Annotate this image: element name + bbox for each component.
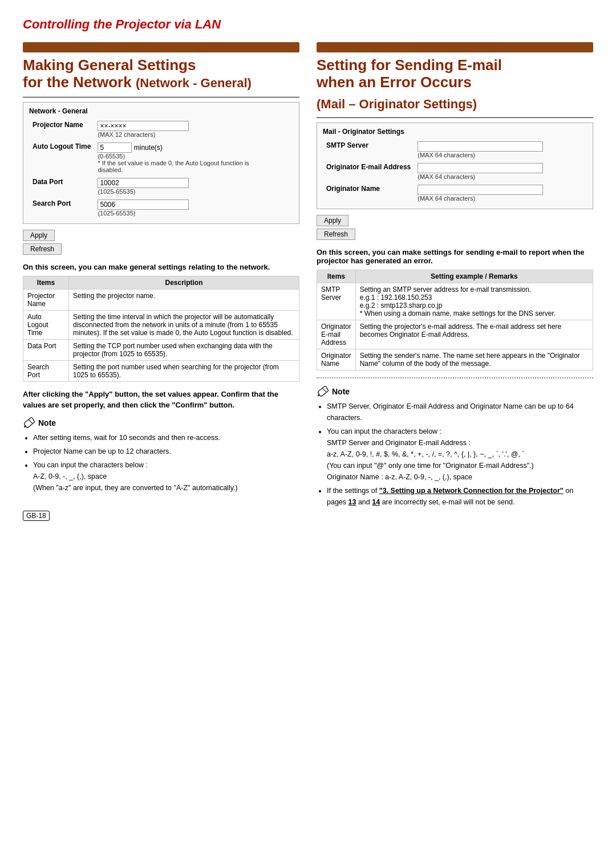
right-section-rule [317, 117, 593, 118]
right-section-bar [317, 42, 593, 52]
form-row-dataport: Data Port (1025-65535) [29, 176, 293, 197]
autologout-input[interactable] [98, 142, 132, 153]
table-row: Data Port Setting the TCP port number us… [23, 339, 299, 360]
left-info-table: Items Description ProjectorName Setting … [23, 276, 299, 382]
right-section-title: Setting for Sending E-mail when an Error… [317, 57, 593, 91]
col-description: Description [69, 276, 299, 289]
form-row-searchport: Search Port (1025-65535) [29, 197, 293, 219]
email-label: Originator E-mail Address [323, 161, 414, 182]
email-value: (MAX 64 characters) [414, 161, 587, 182]
originator-name-label: Originator Name [323, 182, 414, 204]
table-row: OriginatorName Setting the sender's name… [317, 349, 593, 370]
mail-originator-form-box: Mail - Originator Settings SMTP Server (… [317, 123, 593, 209]
originator-name-hint: (MAX 64 characters) [418, 195, 583, 202]
right-table-header-row: Items Setting example / Remarks [317, 270, 593, 283]
note-icon [23, 417, 35, 429]
right-column: Setting for Sending E-mail when an Error… [317, 42, 593, 514]
smtp-input[interactable] [418, 141, 543, 152]
dataport-value: (1025-65535) [94, 176, 293, 197]
form-box-title: Network - General [29, 107, 293, 115]
left-note-label: Note [38, 418, 56, 427]
page-header: Controlling the Projector via LAN [23, 17, 593, 32]
desc-dataport: Setting the TCP port number used when ex… [69, 339, 299, 360]
item-smtp: SMTPServer [317, 283, 356, 320]
originator-name-input[interactable] [418, 185, 543, 195]
left-note-box: Note After setting items, wait for 10 se… [23, 417, 299, 494]
left-section-title: Making General Settings for the Network … [23, 57, 299, 91]
dataport-hint: (1025-65535) [98, 188, 290, 195]
left-section-bar [23, 42, 299, 52]
projector-name-hint: (MAX 12 characters) [98, 131, 290, 138]
right-note-box: Note SMTP Server, Originator E-mail Addr… [317, 385, 593, 508]
email-input[interactable] [418, 163, 543, 173]
table-row: AutoLogoutTime Setting the time interval… [23, 310, 299, 339]
right-apply-btn[interactable]: Apply [317, 215, 348, 226]
right-note-header: Note [317, 385, 593, 398]
mail-originator-table: SMTP Server (MAX 64 characters) Originat… [323, 139, 587, 204]
right-section-subtitle: (Mail – Originator Settings) [317, 97, 593, 112]
item-dataport: Data Port [23, 339, 69, 360]
list-item: Projector Name can be up to 12 character… [33, 446, 299, 457]
network-general-form-box: Network - General Projector Name (MAX 12… [23, 102, 299, 224]
dotted-divider [317, 377, 593, 378]
autologout-label: Auto Logout Time [29, 140, 94, 176]
list-item: You can input the characters below : SMT… [327, 426, 593, 483]
col-items: Items [23, 276, 69, 289]
item-originator-email: OriginatorE-mailAddress [317, 320, 356, 349]
item-projector-name: ProjectorName [23, 289, 69, 310]
left-table-header-row: Items Description [23, 276, 299, 289]
autologout-unit: minute(s) [134, 144, 163, 152]
bold-note: After clicking the "Apply" button, the s… [23, 389, 299, 411]
note-icon-right [317, 385, 329, 398]
searchport-input[interactable] [98, 199, 189, 210]
desc-projector-name: Setting the projector name. [69, 289, 299, 310]
form-row-originator-name: Originator Name (MAX 64 characters) [323, 182, 587, 204]
main-content: Making General Settings for the Network … [23, 42, 593, 521]
dataport-input[interactable] [98, 178, 189, 188]
projector-name-value: (MAX 12 characters) [94, 119, 293, 140]
list-item: If the settings of "3. Setting up a Netw… [327, 485, 593, 508]
table-row: SearchPort Setting the port number used … [23, 360, 299, 381]
form-row-projector-name: Projector Name (MAX 12 characters) [29, 119, 293, 140]
smtp-value: (MAX 64 characters) [414, 139, 587, 161]
right-on-screen-text: On this screen, you can make settings fo… [317, 248, 593, 265]
item-originator-name: OriginatorName [317, 349, 356, 370]
list-item: After setting items, wait for 10 seconds… [33, 432, 299, 443]
item-autologout: AutoLogoutTime [23, 310, 69, 339]
left-on-screen-text: On this screen, you can make general set… [23, 263, 299, 271]
right-note-list: SMTP Server, Originator E-mail Address a… [317, 401, 593, 508]
svg-line-0 [29, 419, 33, 423]
right-refresh-btn[interactable]: Refresh [317, 229, 355, 240]
smtp-label: SMTP Server [323, 139, 414, 161]
item-searchport: SearchPort [23, 360, 69, 381]
svg-line-1 [322, 388, 326, 392]
table-row: SMTPServer Setting an SMTP server addres… [317, 283, 593, 320]
dataport-label: Data Port [29, 176, 94, 197]
right-info-table: Items Setting example / Remarks SMTPServ… [317, 270, 593, 370]
desc-searchport: Setting the port number used when search… [69, 360, 299, 381]
left-apply-btn[interactable]: Apply [23, 230, 55, 241]
form-row-email: Originator E-mail Address (MAX 64 charac… [323, 161, 587, 182]
desc-originator-name: Setting the sender's name. The name set … [355, 349, 593, 370]
table-row: OriginatorE-mailAddress Setting the proj… [317, 320, 593, 349]
col-setting-example: Setting example / Remarks [355, 270, 593, 283]
originator-name-value: (MAX 64 characters) [414, 182, 587, 204]
searchport-hint: (1025-65535) [98, 210, 290, 217]
list-item: You can input the characters below : A-Z… [33, 459, 299, 494]
autologout-hint: (0-65535)* If the set value is made 0, t… [98, 153, 290, 173]
desc-originator-email: Setting the projector's e-mail address. … [355, 320, 593, 349]
smtp-hint: (MAX 64 characters) [418, 152, 583, 158]
desc-autologout: Setting the time interval in which the p… [69, 310, 299, 339]
list-item: SMTP Server, Originator E-mail Address a… [327, 401, 593, 423]
page-title: Controlling the Projector via LAN [23, 17, 593, 32]
projector-name-input[interactable] [98, 121, 189, 131]
form-row-autologout: Auto Logout Time minute(s) (0-65535)* If… [29, 140, 293, 176]
left-note-header: Note [23, 417, 299, 429]
col-items-right: Items [317, 270, 356, 283]
autologout-value: minute(s) (0-65535)* If the set value is… [94, 140, 293, 176]
email-hint: (MAX 64 characters) [418, 173, 583, 180]
right-note-label: Note [332, 387, 350, 396]
network-general-table: Projector Name (MAX 12 characters) Auto … [29, 119, 293, 219]
left-refresh-btn[interactable]: Refresh [23, 243, 62, 255]
table-row: ProjectorName Setting the projector name… [23, 289, 299, 310]
